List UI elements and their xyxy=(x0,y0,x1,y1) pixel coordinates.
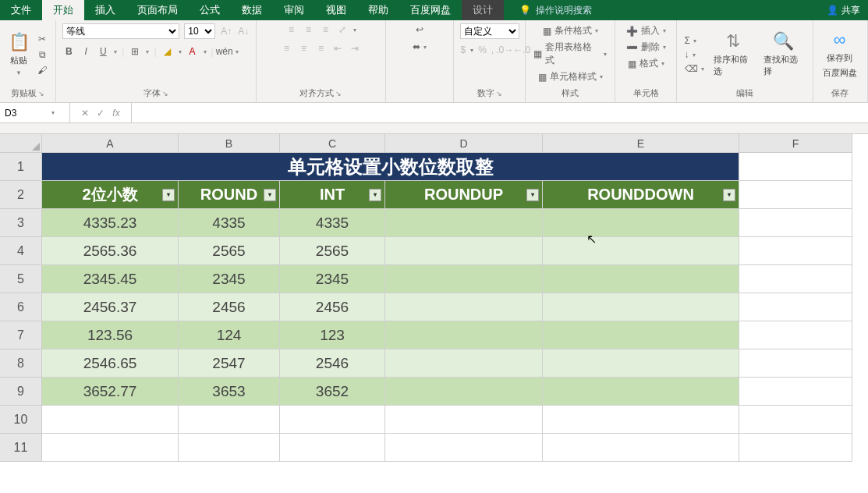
cell[interactable]: 2546.65 xyxy=(42,349,179,378)
cell[interactable] xyxy=(543,293,739,321)
row-header[interactable]: 5 xyxy=(0,265,42,293)
cell[interactable] xyxy=(543,321,739,349)
cell-styles-button[interactable]: ▦单元格样式▾ xyxy=(537,69,604,84)
row-header[interactable]: 8 xyxy=(0,349,42,378)
accounting-format-button[interactable]: $ xyxy=(460,44,466,56)
filter-button[interactable]: ▾ xyxy=(723,189,735,201)
cell[interactable] xyxy=(543,434,739,462)
merge-button[interactable]: ⬌▾ xyxy=(411,41,428,53)
comma-button[interactable]: , xyxy=(491,44,494,56)
cell[interactable] xyxy=(385,209,543,237)
tab-baidu[interactable]: 百度网盘 xyxy=(399,0,462,20)
chevron-down-icon[interactable]: ▾ xyxy=(146,48,149,55)
select-all-corner[interactable] xyxy=(0,134,42,153)
tab-page-layout[interactable]: 页面布局 xyxy=(126,0,189,20)
chevron-down-icon[interactable]: ▾ xyxy=(470,47,473,54)
align-top-button[interactable]: ≡ xyxy=(285,23,297,36)
cell[interactable]: 2345.45 xyxy=(42,265,179,293)
tab-review[interactable]: 审阅 xyxy=(273,0,315,20)
cell[interactable]: 124 xyxy=(179,321,280,349)
row-header[interactable]: 11 xyxy=(0,434,42,462)
cell[interactable] xyxy=(42,434,179,462)
cell[interactable]: 2345 xyxy=(280,265,385,293)
col-header[interactable]: A xyxy=(42,134,179,153)
align-left-button[interactable]: ≡ xyxy=(280,42,292,55)
copy-button[interactable]: ⧉ xyxy=(36,48,48,61)
delete-cells-button[interactable]: ➖删除▾ xyxy=(625,40,668,55)
align-middle-button[interactable]: ≡ xyxy=(302,23,314,36)
cell[interactable]: 2565 xyxy=(179,237,280,265)
cell[interactable] xyxy=(42,406,179,434)
table-header[interactable]: ROUND▾ xyxy=(179,181,280,209)
share-button[interactable]: 👤 共享 xyxy=(819,0,868,20)
cell[interactable] xyxy=(739,181,852,209)
paste-button[interactable]: 📋 粘贴 ▼ xyxy=(6,31,31,78)
cell[interactable] xyxy=(543,209,739,237)
italic-button[interactable]: I xyxy=(80,45,92,58)
wrap-text-button[interactable]: ↩ xyxy=(414,23,425,36)
name-box[interactable]: ▾ xyxy=(0,103,70,122)
tab-file[interactable]: 文件 xyxy=(0,0,42,20)
cell[interactable]: 3653 xyxy=(179,378,280,406)
cell[interactable] xyxy=(543,237,739,265)
cell[interactable]: 3652 xyxy=(280,378,385,406)
formula-input[interactable] xyxy=(132,103,868,122)
cell[interactable] xyxy=(385,321,543,349)
cell[interactable] xyxy=(739,209,852,237)
col-header[interactable]: F xyxy=(739,134,852,153)
filter-button[interactable]: ▾ xyxy=(264,189,276,201)
decrease-indent-button[interactable]: ⇤ xyxy=(331,42,344,55)
row-header[interactable]: 2 xyxy=(0,181,42,209)
cell[interactable] xyxy=(385,265,543,293)
table-header[interactable]: 2位小数▾ xyxy=(42,181,179,209)
tab-home[interactable]: 开始 xyxy=(42,0,84,20)
cell[interactable] xyxy=(385,237,543,265)
cut-button[interactable]: ✂ xyxy=(36,33,48,45)
chevron-down-icon[interactable]: ▾ xyxy=(114,48,117,55)
cell[interactable] xyxy=(543,265,739,293)
cell[interactable] xyxy=(280,434,385,462)
font-name-select[interactable]: 等线 xyxy=(62,23,179,39)
cell[interactable] xyxy=(739,153,852,181)
align-right-button[interactable]: ≡ xyxy=(314,42,327,55)
save-baidu-button[interactable]: ∞ 保存到 百度网盘 xyxy=(820,29,860,80)
autosum-button[interactable]: Σ▾ xyxy=(683,34,706,47)
cell[interactable] xyxy=(543,378,739,406)
phonetic-button[interactable]: wén xyxy=(218,45,231,58)
tab-formulas[interactable]: 公式 xyxy=(189,0,231,20)
font-color-button[interactable]: A xyxy=(186,45,199,58)
filter-button[interactable]: ▾ xyxy=(162,189,175,201)
col-header[interactable]: B xyxy=(179,134,280,153)
cell[interactable]: 2565.36 xyxy=(42,237,179,265)
align-bottom-button[interactable]: ≡ xyxy=(319,23,331,36)
conditional-format-button[interactable]: ▦条件格式▾ xyxy=(541,23,600,38)
cell[interactable]: 3652.77 xyxy=(42,378,179,406)
align-center-button[interactable]: ≡ xyxy=(297,42,310,55)
dialog-launcher-icon[interactable]: ↘ xyxy=(496,90,502,98)
row-header[interactable]: 7 xyxy=(0,321,42,349)
cell[interactable]: 2565 xyxy=(280,237,385,265)
chevron-down-icon[interactable]: ▾ xyxy=(204,48,207,55)
cell[interactable] xyxy=(543,406,739,434)
tab-data[interactable]: 数据 xyxy=(231,0,273,20)
enter-formula-button[interactable]: ✓ xyxy=(94,108,108,119)
cell[interactable] xyxy=(385,293,543,321)
col-header[interactable]: C xyxy=(280,134,385,153)
name-box-input[interactable] xyxy=(5,108,51,119)
cell[interactable] xyxy=(385,434,543,462)
col-header[interactable]: E xyxy=(543,134,739,153)
cancel-formula-button[interactable]: ✕ xyxy=(78,108,92,119)
cell[interactable]: 4335 xyxy=(179,209,280,237)
cell[interactable] xyxy=(385,406,543,434)
insert-function-button[interactable]: fx xyxy=(109,108,123,119)
cell[interactable]: 2345 xyxy=(179,265,280,293)
find-select-button[interactable]: 🔍 查找和选择 xyxy=(760,30,806,79)
tab-design[interactable]: 设计 xyxy=(462,0,504,20)
format-cells-button[interactable]: ▦格式▾ xyxy=(626,56,666,71)
row-header[interactable]: 10 xyxy=(0,406,42,434)
table-header[interactable]: ROUNDDOWN▾ xyxy=(543,181,739,209)
cell[interactable]: 2456.37 xyxy=(42,293,179,321)
cell[interactable] xyxy=(739,434,852,462)
cell[interactable] xyxy=(739,237,852,265)
insert-cells-button[interactable]: ➕插入▾ xyxy=(625,23,668,38)
